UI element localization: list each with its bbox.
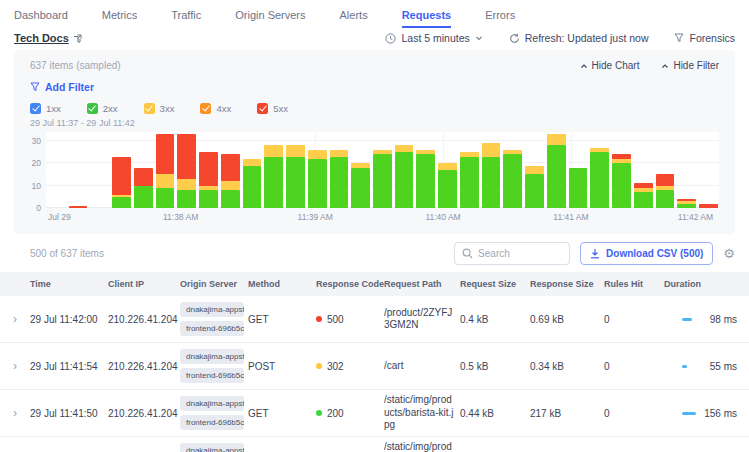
column-header-request-size: Request Size [460,279,530,289]
tech-docs-label: Tech Docs [14,32,69,44]
bar-segment-2xx [525,174,544,208]
bar-segment-2xx [482,157,501,208]
download-csv-label: Download CSV (500) [606,248,703,259]
x-axis-tick-label: Jul 29 [48,212,71,222]
table-row[interactable]: ›29 Jul 11:41:49210.226.41.204dnakajima-… [0,437,749,452]
forensics-label: Forensics [689,32,735,44]
duration-bar [682,365,687,368]
bar-segment-2xx [243,166,262,208]
stacked-bar [395,132,414,208]
stacked-bar [460,132,479,208]
tech-docs-link[interactable]: Tech Docs [14,32,82,44]
request-size-cell: 0.5 kB [460,361,530,372]
checkbox-checked-icon [87,103,98,114]
stacked-bar [677,132,696,208]
time-cell: 29 Jul 11:42:00 [30,314,108,325]
stacked-bar [112,132,131,208]
search-input[interactable] [478,248,562,259]
forensics-button[interactable]: Forensics [674,32,735,44]
origin-server-pill: frontend-696b5c... [180,321,244,336]
chart-x-axis: Jul 2911:38 AM11:39 AM11:40 AM11:41 AM11… [46,212,719,226]
duration-value: 98 ms [710,314,737,325]
column-header-origin-server: Origin Server [180,279,248,289]
response-size-cell: 0.34 kB [530,361,604,372]
stacked-bar [612,132,631,208]
column-header-rules-hit: Rules Hit [604,279,664,289]
rules-hit-cell: 0 [604,361,664,372]
bar-segment-3xx [395,145,414,152]
bar-segment-2xx [177,190,196,208]
filter-icon [30,82,40,92]
checkbox-checked-icon [144,103,155,114]
column-header-client-ip: Client IP [108,279,180,289]
table-row[interactable]: ›29 Jul 11:42:00210.226.41.204dnakajima-… [0,296,749,343]
bar-segment-2xx [264,157,283,208]
status-filter-5xx[interactable]: 5xx [257,103,288,114]
bar-segment-5xx [177,134,196,179]
subheader-controls: Last 5 minutes Refresh: Updated just now… [385,32,735,44]
table-row[interactable]: ›29 Jul 11:41:50210.226.41.204dnakajima-… [0,390,749,437]
add-filter-button[interactable]: Add Filter [30,81,94,93]
table-row[interactable]: ›29 Jul 11:41:54210.226.41.204dnakajima-… [0,343,749,390]
status-filter-label: 3xx [160,103,175,114]
row-expander-chevron-icon[interactable]: › [0,312,30,326]
column-header-duration: Duration [664,279,749,289]
nav-item-origin-servers[interactable]: Origin Servers [235,9,305,28]
origin-server-pill: dnakajima-appst... [180,349,244,364]
status-filter-3xx[interactable]: 3xx [144,103,175,114]
time-range-selector[interactable]: Last 5 minutes [385,32,482,44]
table-settings-gear-icon[interactable]: ⚙ [723,247,735,260]
client-ip-cell: 210.226.41.204 [108,408,180,419]
nav-item-errors[interactable]: Errors [485,9,515,28]
nav-item-metrics[interactable]: Metrics [102,9,137,28]
status-filter-1xx[interactable]: 1xx [30,103,61,114]
client-ip-cell: 210.226.41.204 [108,361,180,372]
requests-table: TimeClient IPOrigin ServerMethodResponse… [0,272,749,452]
request-size-cell: 0.44 kB [460,408,530,419]
row-expander-chevron-icon[interactable]: › [0,359,30,373]
stacked-bar [438,132,457,208]
nav-item-dashboard[interactable]: Dashboard [14,9,68,28]
bar-segment-2xx [221,190,240,208]
stacked-bar [330,132,349,208]
bar-segment-2xx [460,157,479,208]
row-expander-chevron-icon[interactable]: › [0,406,30,420]
column-header-time: Time [30,279,108,289]
chevron-up-icon [661,63,669,69]
hide-filter-label: Hide Filter [673,60,719,71]
origin-server-cell: dnakajima-appst...frontend-696b5c... [180,349,248,383]
response-code-value: 500 [327,314,344,325]
refresh-button[interactable]: Refresh: Updated just now [509,32,649,44]
bar-segment-2xx [590,152,609,208]
method-cell: POST [248,361,316,372]
search-box[interactable] [454,242,570,265]
bar-segment-5xx [112,157,131,195]
stacked-bar [569,132,588,208]
request-path-cell: /static/img/products/barista-kit.jpg [384,394,460,432]
add-filter-label: Add Filter [45,81,94,93]
nav-item-traffic[interactable]: Traffic [171,9,201,28]
status-filter-2xx[interactable]: 2xx [87,103,118,114]
stacked-bar [547,132,566,208]
column-header-method: Method [248,279,316,289]
hide-filter-button[interactable]: Hide Filter [661,60,719,71]
request-path-cell: /product/2ZYFJ3GM2N [384,307,460,332]
download-csv-button[interactable]: Download CSV (500) [580,242,713,265]
status-filter-label: 1xx [46,103,61,114]
response-code-value: 302 [327,361,344,372]
external-link-icon [73,34,82,43]
stacked-bar [47,132,66,208]
stacked-bar [373,132,392,208]
duration-cell: 98 ms [664,314,749,325]
origin-server-pill: frontend-696b5c... [180,368,244,383]
bar-segment-5xx [199,152,218,186]
time-range-label: Last 5 minutes [401,32,469,44]
nav-item-alerts[interactable]: Alerts [340,9,368,28]
status-filter-4xx[interactable]: 4xx [200,103,231,114]
nav-item-requests[interactable]: Requests [402,9,452,28]
stacked-bar [416,132,435,208]
status-filter-label: 4xx [216,103,231,114]
hide-chart-button[interactable]: Hide Chart [580,60,640,71]
bar-segment-2xx [308,159,327,208]
response-code-cell: 500 [316,314,384,325]
